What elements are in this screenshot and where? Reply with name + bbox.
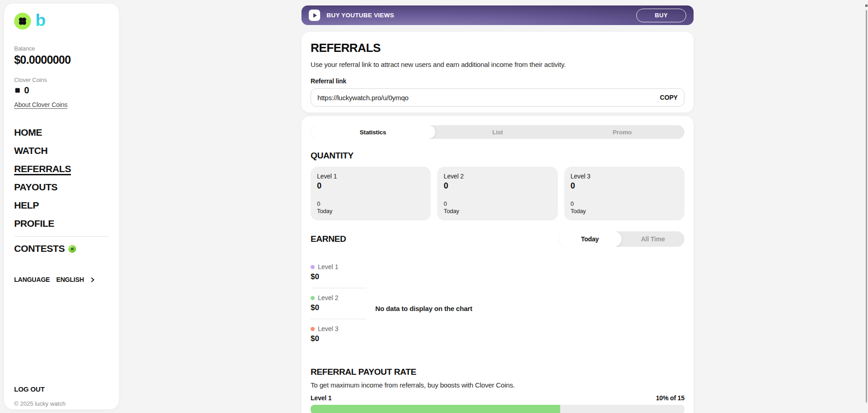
referrals-subtitle: Use your referral link to attract new us… (311, 61, 684, 68)
clover-coins-label: Clover Coins (14, 76, 109, 83)
chart-empty-message: No data to display on the chart (375, 305, 472, 312)
scrollbar[interactable] (866, 10, 867, 403)
language-label: LANGUAGE (14, 276, 50, 283)
qcard-today-label: Today (317, 208, 424, 214)
payout-progress-track (311, 405, 684, 413)
sidebar-item-referrals[interactable]: REFERRALS (14, 163, 71, 174)
referral-link-input[interactable] (317, 94, 660, 102)
legend-value: $0 (311, 303, 366, 312)
legend-label: Level 1 (318, 263, 338, 270)
tab-promo[interactable]: Promo (560, 125, 684, 139)
tab-list[interactable]: List (435, 125, 560, 139)
legend-item-level3: Level 3 $0 (311, 325, 366, 343)
sidebar-nav: HOME WATCH REFERRALS PAYOUTS HELP PROFIL… (14, 127, 109, 229)
sidebar-item-help[interactable]: HELP (14, 200, 39, 211)
statistics-card: Statistics List Promo QUANTITY Level 1 0… (301, 116, 694, 413)
banner-text: BUY YOUTUBE VIEWS (327, 12, 394, 19)
legend-divider (311, 319, 366, 319)
legend-item-level1: Level 1 $0 (311, 263, 366, 281)
clover-logo-icon (14, 13, 31, 30)
sidebar-item-watch[interactable]: WATCH (14, 145, 47, 156)
legend-dot-level1 (311, 265, 315, 269)
qcard-total: 0 (317, 181, 424, 191)
sidebar-item-profile[interactable]: PROFILE (14, 218, 54, 229)
earned-header: EARNED Today All Time (311, 231, 684, 247)
payout-rate-value: 10% of 15 (656, 394, 684, 402)
legend-dot-level3 (311, 327, 315, 331)
legend-dot-level2 (311, 296, 315, 300)
app-screen: b Balance $0.0000000 Clover Coins 0 Abou… (0, 0, 868, 413)
quantity-card-level2: Level 2 0 0 Today (437, 167, 557, 220)
qcard-label: Level 3 (571, 173, 678, 180)
contest-coin-icon (68, 245, 76, 253)
sidebar-item-contests[interactable]: CONTESTS (14, 243, 76, 254)
qcard-total: 0 (444, 181, 551, 191)
referrals-card: REFERRALS Use your referral link to attr… (301, 32, 694, 112)
language-value: ENGLISH (56, 276, 84, 283)
brand-b-logo: b (36, 12, 46, 29)
legend-divider (311, 288, 366, 288)
balance-value: $0.0000000 (14, 53, 109, 66)
balance-label: Balance (14, 45, 109, 52)
qcard-today-value: 0 (317, 200, 424, 207)
payout-level-label: Level 1 (311, 394, 332, 402)
quantity-title: QUANTITY (311, 151, 684, 161)
promo-banner[interactable]: BUY YOUTUBE VIEWS BUY (301, 5, 694, 25)
quantity-cards: Level 1 0 0 Today Level 2 0 0 Today Leve… (311, 167, 684, 220)
toggle-alltime[interactable]: All Time (622, 231, 685, 247)
legend-value: $0 (311, 334, 366, 343)
payout-rate-subtitle: To get maximum income from referrals, bu… (311, 381, 684, 389)
language-selector[interactable]: LANGUAGE ENGLISH (14, 276, 95, 283)
payout-progress-fill (311, 405, 560, 413)
copyright-text: © 2025 lucky watch (14, 400, 66, 407)
qcard-total: 0 (571, 181, 678, 191)
page-title: REFERRALS (311, 41, 684, 55)
contests-label: CONTESTS (14, 243, 65, 254)
about-clover-coins-link[interactable]: About Clover Coins (14, 101, 67, 108)
clover-coin-icon (14, 87, 21, 94)
referral-link-box: COPY (311, 88, 684, 107)
earned-period-toggle: Today All Time (558, 231, 684, 247)
chart-area: No data to display on the chart (366, 259, 684, 358)
quantity-card-level1: Level 1 0 0 Today (311, 167, 431, 220)
stats-tabs: Statistics List Promo (311, 125, 684, 139)
tab-statistics[interactable]: Statistics (311, 125, 435, 139)
chevron-right-icon (90, 277, 95, 282)
legend-item-level2: Level 2 $0 (311, 294, 366, 312)
legend-label: Level 3 (318, 325, 338, 332)
logout-button[interactable]: LOG OUT (14, 385, 45, 393)
clover-icon (17, 16, 28, 26)
legend-value: $0 (311, 272, 366, 281)
qcard-today-label: Today (444, 208, 551, 214)
qcard-label: Level 1 (317, 173, 424, 180)
logo[interactable]: b (14, 13, 109, 30)
copy-button[interactable]: COPY (660, 94, 678, 101)
qcard-today-value: 0 (571, 200, 678, 207)
chart-legend: Level 1 $0 Level 2 $0 (311, 259, 366, 358)
clover-coins-value: 0 (24, 85, 29, 96)
qcard-today-value: 0 (444, 200, 551, 207)
youtube-play-icon (309, 10, 320, 21)
earned-title: EARNED (311, 234, 346, 244)
referral-link-label: Referral link (311, 77, 684, 85)
legend-label: Level 2 (318, 294, 338, 301)
sidebar: b Balance $0.0000000 Clover Coins 0 Abou… (4, 4, 119, 409)
earned-chart-block: Level 1 $0 Level 2 $0 (311, 259, 684, 358)
qcard-today-label: Today (571, 208, 678, 214)
toggle-today[interactable]: Today (558, 231, 622, 247)
payout-row-level1: Level 1 10% of 15 (311, 394, 684, 402)
sidebar-divider (14, 236, 109, 237)
buy-button[interactable]: BUY (636, 9, 686, 22)
sidebar-item-home[interactable]: HOME (14, 127, 42, 138)
qcard-label: Level 2 (444, 173, 551, 180)
quantity-card-level3: Level 3 0 0 Today (564, 167, 684, 220)
payout-rate-title: REFERRAL PAYOUT RATE (311, 367, 684, 377)
clover-coins-row: 0 (14, 85, 109, 96)
scrollbar-cap (865, 5, 868, 7)
sidebar-item-payouts[interactable]: PAYOUTS (14, 182, 57, 193)
